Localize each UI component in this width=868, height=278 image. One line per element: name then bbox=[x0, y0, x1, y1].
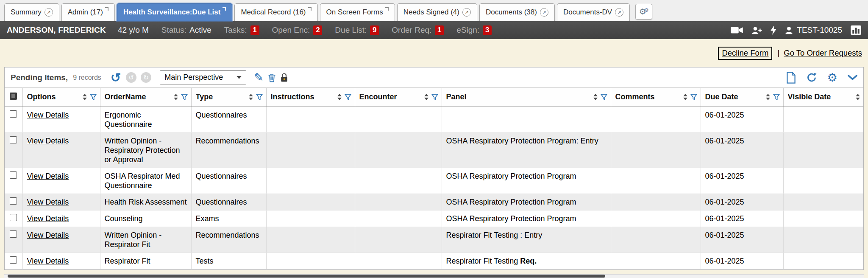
filter-funnel-icon[interactable] bbox=[181, 94, 188, 101]
open-enc-badge[interactable]: 2 bbox=[313, 25, 322, 35]
tab-needs-signed[interactable]: Needs Signed (4) ↗ bbox=[397, 3, 477, 21]
due-list-label: Due List: bbox=[335, 25, 367, 35]
sort-icon[interactable] bbox=[83, 94, 87, 100]
panel-text: Respirator Fit Testing bbox=[446, 257, 520, 265]
lock-icon[interactable] bbox=[280, 73, 288, 83]
view-details-link[interactable]: View Details bbox=[27, 137, 69, 145]
sort-icon[interactable] bbox=[766, 94, 770, 100]
column-header-instructions[interactable]: Instructions bbox=[266, 88, 355, 107]
filter-funnel-icon[interactable] bbox=[345, 94, 351, 101]
undo-icon[interactable]: ↺ bbox=[111, 72, 121, 83]
sort-icon[interactable] bbox=[337, 94, 342, 100]
popout-icon[interactable]: ↗ bbox=[540, 8, 548, 17]
tab-health-surveillance-due-list[interactable]: Health Surveillance:Due List bbox=[117, 3, 233, 21]
cell-panel: OSHA Respiratory Protection Program bbox=[442, 210, 611, 227]
tasks-badge[interactable]: 1 bbox=[250, 25, 259, 35]
due-list-counter: Due List: 9 bbox=[335, 25, 379, 35]
detach-icon bbox=[223, 7, 226, 11]
tab-admin[interactable]: Admin (17) bbox=[61, 3, 115, 21]
filter-funnel-icon[interactable] bbox=[601, 94, 607, 101]
panel-text: OSHA Respiratory Protection Program: Ent… bbox=[446, 137, 598, 145]
esign-badge[interactable]: 3 bbox=[483, 25, 492, 35]
filter-funnel-icon[interactable] bbox=[431, 94, 438, 101]
go-to-order-requests-link[interactable]: Go To Order Requests bbox=[784, 48, 862, 57]
column-header-visible-date[interactable]: Visible Date bbox=[783, 88, 863, 107]
row-checkbox[interactable] bbox=[10, 197, 17, 205]
new-document-icon[interactable] bbox=[786, 72, 796, 84]
row-checkbox[interactable] bbox=[10, 136, 17, 143]
refresh-icon[interactable] bbox=[806, 72, 817, 83]
horizontal-scrollbar[interactable] bbox=[4, 274, 864, 278]
view-details-link[interactable]: View Details bbox=[27, 214, 69, 223]
filter-funnel-icon[interactable] bbox=[256, 94, 263, 101]
column-header-due-date[interactable]: Due Date bbox=[701, 88, 783, 107]
decline-form-link[interactable]: Decline Form bbox=[722, 48, 768, 57]
history-back-icon[interactable]: ↺ bbox=[126, 72, 136, 83]
column-header-panel[interactable]: Panel bbox=[442, 88, 611, 107]
bar-chart-icon[interactable] bbox=[851, 25, 861, 35]
esign-label: eSign: bbox=[456, 25, 479, 35]
sort-icon[interactable] bbox=[683, 94, 687, 100]
sort-icon[interactable] bbox=[174, 94, 178, 100]
select-all-header[interactable] bbox=[5, 88, 22, 107]
filter-funnel-icon[interactable] bbox=[690, 94, 697, 101]
cell-panel: Respirator Fit Testing : Entry bbox=[442, 227, 611, 253]
gear-icon[interactable]: ⚙ bbox=[827, 72, 837, 83]
popout-icon[interactable]: ↗ bbox=[462, 8, 471, 17]
history-forward-icon[interactable]: ↻ bbox=[141, 72, 151, 83]
view-details-link[interactable]: View Details bbox=[27, 257, 69, 265]
tab-medical-record[interactable]: Medical Record (16) bbox=[234, 3, 317, 21]
column-label: Type bbox=[196, 93, 213, 101]
tab-settings-button[interactable]: ⚙⚙ bbox=[635, 4, 652, 20]
row-checkbox[interactable] bbox=[10, 171, 17, 179]
trash-icon[interactable] bbox=[268, 73, 276, 82]
cell-instructions bbox=[266, 253, 355, 269]
filter-funnel-icon[interactable] bbox=[90, 94, 97, 101]
lightning-bolt-icon[interactable] bbox=[771, 25, 776, 35]
cell-instructions bbox=[266, 194, 355, 210]
scrollbar-thumb[interactable] bbox=[8, 275, 605, 278]
user-icon[interactable] bbox=[785, 26, 793, 34]
popout-icon[interactable]: ↗ bbox=[45, 8, 53, 17]
column-header-type[interactable]: Type bbox=[191, 88, 266, 107]
detach-icon bbox=[308, 7, 312, 11]
column-header-encounter[interactable]: Encounter bbox=[355, 88, 442, 107]
column-header-comments[interactable]: Comments bbox=[611, 88, 701, 107]
row-checkbox[interactable] bbox=[10, 214, 17, 221]
row-checkbox[interactable] bbox=[10, 110, 17, 118]
perspective-select[interactable]: Main Perspective bbox=[160, 70, 246, 84]
view-details-link[interactable]: View Details bbox=[27, 111, 69, 119]
cell-visible-date bbox=[783, 107, 863, 132]
tab-documents[interactable]: Documents (38) ↗ bbox=[479, 3, 555, 21]
user-id: TEST-10025 bbox=[797, 25, 842, 35]
sort-icon[interactable] bbox=[249, 94, 253, 100]
panel-text: OSHA Respiratory Protection Program bbox=[446, 198, 576, 206]
cell-type: Tests bbox=[191, 253, 266, 269]
collapse-chevron-icon[interactable] bbox=[848, 75, 857, 81]
tab-label: Summary bbox=[11, 8, 42, 17]
due-list-badge[interactable]: 9 bbox=[370, 25, 379, 35]
view-details-link[interactable]: View Details bbox=[27, 172, 69, 180]
view-details-link[interactable]: View Details bbox=[27, 231, 69, 239]
row-checkbox[interactable] bbox=[10, 256, 17, 264]
row-checkbox[interactable] bbox=[10, 230, 17, 238]
cell-type: Questionnaires bbox=[191, 107, 266, 132]
cell-type: Recommendations bbox=[191, 132, 266, 168]
cell-type: Exams bbox=[191, 210, 266, 227]
column-header-ordername[interactable]: OrderName bbox=[100, 88, 191, 107]
add-user-icon[interactable] bbox=[752, 26, 762, 34]
filter-funnel-icon[interactable] bbox=[773, 94, 780, 101]
video-camera-icon[interactable] bbox=[731, 26, 743, 34]
tab-documents-dv[interactable]: Documents-DV ↗ bbox=[557, 3, 630, 21]
popout-icon[interactable]: ↗ bbox=[615, 8, 623, 17]
sort-icon[interactable] bbox=[424, 94, 428, 100]
select-all-checkbox[interactable] bbox=[10, 93, 17, 100]
sort-icon[interactable] bbox=[856, 94, 860, 100]
view-details-link[interactable]: View Details bbox=[27, 198, 69, 206]
tab-summary[interactable]: Summary ↗ bbox=[4, 3, 59, 21]
edit-pencil-icon[interactable]: ✎ bbox=[254, 72, 264, 83]
sort-icon[interactable] bbox=[593, 94, 598, 100]
order-req-badge[interactable]: 1 bbox=[435, 25, 444, 35]
tab-on-screen-forms[interactable]: On Screen Forms bbox=[320, 3, 395, 21]
column-header-options[interactable]: Options bbox=[22, 88, 100, 107]
